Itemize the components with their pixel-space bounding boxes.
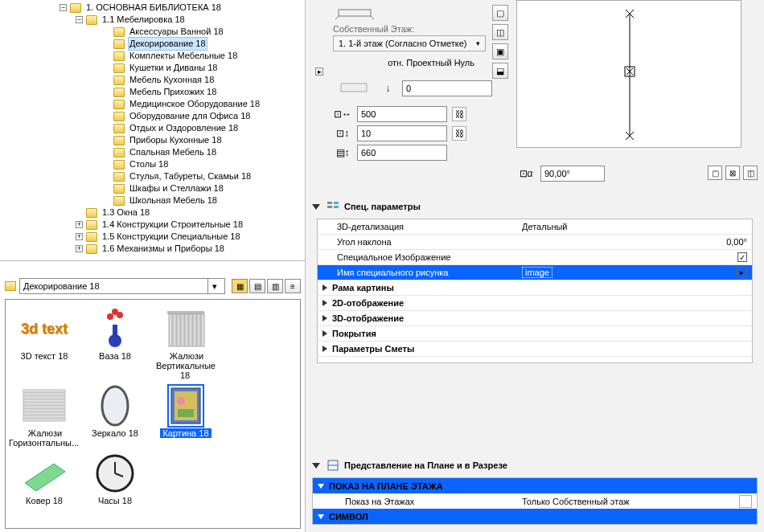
- folder-icon: [113, 88, 125, 97]
- plan-section-header[interactable]: Представление на Плане и в Разрезе: [312, 456, 758, 474]
- tool-3d-icon[interactable]: ◫: [492, 24, 508, 40]
- folder-icon: [113, 27, 125, 37]
- svg-rect-22: [23, 412, 65, 415]
- ref-arrow-button[interactable]: ▸: [315, 68, 323, 76]
- tree-item[interactable]: Столы 18: [128, 158, 170, 170]
- mirror-z-button[interactable]: ◫: [743, 166, 758, 180]
- spec-row-image-name[interactable]: Имя специального рисунка image ▸: [318, 265, 752, 280]
- tree-item[interactable]: Отдых и Оздоровление 18: [128, 122, 240, 134]
- svg-line-36: [371, 16, 374, 19]
- group-3d[interactable]: 3D-отображение: [318, 311, 752, 326]
- tree-item[interactable]: Мебель Кухонная 18: [128, 74, 216, 86]
- view-list-button[interactable]: ≡: [285, 279, 301, 293]
- gallery-item[interactable]: Часы 18: [80, 448, 150, 505]
- collapse-icon[interactable]: −: [76, 16, 83, 23]
- tree-item[interactable]: Школьная Мебель 18: [128, 194, 219, 207]
- special-image-checkbox[interactable]: ✓: [737, 252, 747, 262]
- svg-point-2: [107, 313, 113, 320]
- svg-line-35: [335, 16, 339, 19]
- tool-2d-icon[interactable]: ▢: [492, 5, 508, 21]
- svg-rect-29: [178, 409, 194, 417]
- gallery-item[interactable]: Жалюзи Вертикальные 18: [150, 303, 221, 380]
- collapse-icon[interactable]: [312, 463, 320, 469]
- expand-icon[interactable]: +: [76, 233, 83, 240]
- folder-icon: [86, 208, 97, 218]
- spec-params-table[interactable]: 3D-детализацияДетальный Угол наклона0,00…: [317, 219, 753, 363]
- expand-icon[interactable]: +: [76, 245, 83, 252]
- tree-furniture[interactable]: 1.1 Мебелировка 18: [101, 14, 187, 26]
- gallery-item[interactable]: Ковер 18: [9, 448, 80, 505]
- tree-item[interactable]: 1.3 Окна 18: [101, 207, 151, 219]
- gallery-item[interactable]: 3d text3D текст 18: [9, 303, 80, 380]
- tree-item[interactable]: Аксессуары Ванной 18: [128, 26, 225, 38]
- gallery-item[interactable]: Картина 18: [150, 380, 221, 448]
- tool-cube-icon[interactable]: ▣: [492, 43, 508, 59]
- height-input[interactable]: [357, 125, 447, 141]
- folder-icon: [113, 112, 125, 121]
- folder-icon: [113, 196, 125, 206]
- svg-rect-48: [334, 202, 339, 204]
- plan-params[interactable]: ПОКАЗ НА ПЛАНЕ ЭТАЖА Показ на ЭтажахТоль…: [312, 477, 758, 525]
- path-combo[interactable]: Декорирование 18 ▾: [19, 278, 225, 294]
- tree-item[interactable]: Приборы Кухонные 18: [128, 134, 224, 146]
- object-gallery[interactable]: 3d text3D текст 18Ваза 18Жалюзи Вертикал…: [5, 299, 301, 529]
- svg-rect-49: [334, 206, 339, 208]
- angle-input[interactable]: [540, 166, 605, 182]
- plan-group-symbol[interactable]: СИМВОЛ: [313, 509, 757, 524]
- tree-item[interactable]: Шкафы и Стеллажи 18: [128, 182, 225, 194]
- mirror-x-button[interactable]: ▢: [708, 166, 722, 180]
- tree-item[interactable]: Медицинское Оборудование 18: [128, 98, 261, 110]
- chain-icon[interactable]: ⛓: [452, 107, 466, 121]
- svg-rect-17: [23, 396, 65, 399]
- library-tree[interactable]: − 1. ОСНОВНАЯ БИБЛИОТЕКА 18 − 1.1 Мебели…: [0, 0, 306, 261]
- svg-point-25: [102, 387, 128, 425]
- tree-item[interactable]: Спальная Мебель 18: [128, 146, 218, 158]
- expand-icon[interactable]: +: [76, 221, 83, 228]
- group-surfaces[interactable]: Покрытия: [318, 326, 752, 342]
- tree-root[interactable]: 1. ОСНОВНАЯ БИБЛИОТЕКА 18: [84, 2, 223, 14]
- view-thumbs-button[interactable]: ▦: [232, 279, 248, 293]
- tree-item[interactable]: 1.5 Конструкции Специальные 18: [101, 231, 242, 243]
- gallery-item[interactable]: Ваза 18: [80, 303, 150, 380]
- story-combo[interactable]: 1. 1-й этаж (Согласно Отметке) ▾: [333, 35, 486, 51]
- view-small-button[interactable]: ▥: [267, 279, 283, 293]
- collapse-icon[interactable]: [312, 204, 320, 210]
- tree-item[interactable]: Оборудование для Офиса 18: [128, 110, 252, 122]
- tool-section-icon[interactable]: ⬓: [492, 63, 508, 79]
- svg-rect-15: [23, 390, 65, 392]
- svg-rect-1: [113, 325, 117, 338]
- chain-icon[interactable]: ⛓: [452, 126, 466, 141]
- tree-item[interactable]: Мебель Прихожих 18: [128, 86, 218, 98]
- svg-rect-7: [173, 314, 176, 346]
- view-medium-button[interactable]: ▤: [249, 279, 265, 293]
- width-input[interactable]: [357, 106, 447, 122]
- browse-button[interactable]: ▸: [736, 267, 747, 278]
- tree-item[interactable]: Кушетки и Диваны 18: [128, 62, 219, 74]
- group-2d[interactable]: 2D-отображение: [318, 296, 752, 311]
- spec-section-header[interactable]: Спец. параметры: [312, 198, 758, 215]
- tree-item[interactable]: Комплекты Мебельные 18: [128, 50, 239, 62]
- svg-rect-20: [23, 406, 65, 408]
- svg-rect-5: [167, 311, 204, 314]
- tree-item[interactable]: Стулья, Табуреты, Скамьи 18: [128, 170, 253, 182]
- tree-item[interactable]: 1.6 Механизмы и Приборы 18: [101, 243, 226, 255]
- mirror-y-button[interactable]: ⊠: [725, 166, 740, 180]
- gallery-item[interactable]: Зеркало 18: [80, 380, 150, 448]
- svg-rect-9: [181, 314, 184, 346]
- collapse-icon[interactable]: −: [60, 4, 67, 11]
- gallery-item[interactable]: Жалюзи Горизонтальны...: [9, 380, 80, 448]
- folder-icon: [86, 232, 97, 242]
- tree-item[interactable]: 1.4 Конструкции Строительные 18: [101, 219, 244, 231]
- svg-rect-34: [339, 10, 371, 16]
- z-input[interactable]: [402, 80, 492, 96]
- floor-options-button[interactable]: [739, 495, 752, 508]
- plan-group-floor[interactable]: ПОКАЗ НА ПЛАНЕ ЭТАЖА: [313, 478, 757, 493]
- svg-rect-8: [177, 314, 180, 346]
- group-frame[interactable]: Рама картины: [318, 280, 752, 296]
- tree-item[interactable]: Декорирование 18: [128, 37, 207, 51]
- group-estimates[interactable]: Параметры Сметы: [318, 342, 752, 357]
- svg-rect-46: [327, 202, 332, 204]
- angle-icon: ⊡α: [516, 166, 536, 181]
- chevron-down-icon[interactable]: ▾: [207, 278, 221, 294]
- depth-input[interactable]: [357, 145, 447, 161]
